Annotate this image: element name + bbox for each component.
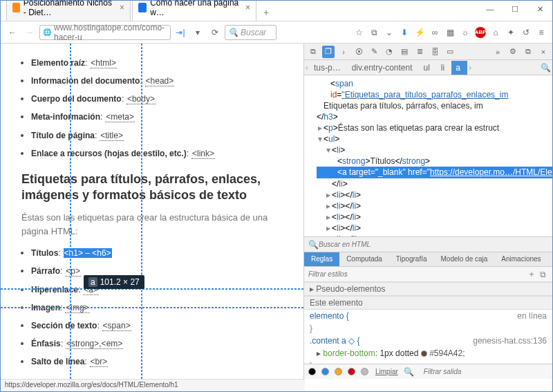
style-filter: + ⧉	[304, 267, 552, 282]
mask-icon[interactable]: ∞	[428, 25, 442, 40]
puzzle-icon[interactable]: ✦	[504, 25, 518, 40]
pocket-icon[interactable]: ⌄	[382, 25, 396, 40]
code-tag[interactable]: <p>	[65, 266, 81, 277]
inspector-tab[interactable]: ❐	[322, 46, 335, 58]
toggle-icon[interactable]: ⧉	[537, 270, 548, 279]
list-item: Párrafo: <p>	[31, 264, 295, 278]
style-filter-input[interactable]	[308, 270, 526, 278]
crumb[interactable]: ul	[420, 61, 437, 75]
menu-button[interactable]: ≡	[534, 25, 548, 40]
code-tag[interactable]: <span>	[102, 321, 131, 331]
titlebar: Posicionamiento Nichos - Diet… × Cómo ha…	[1, 1, 552, 21]
home-button[interactable]: ⌂	[489, 25, 503, 40]
code-tag[interactable]: <img>	[65, 303, 89, 313]
color-orange[interactable]	[335, 368, 342, 375]
star-icon[interactable]: ☆	[352, 25, 366, 40]
crumb[interactable]: li	[437, 61, 451, 75]
perf-tab[interactable]: ◔	[383, 46, 395, 58]
crumb[interactable]: tus-p…	[310, 61, 348, 75]
grid-icon[interactable]: ▦	[443, 25, 457, 40]
back-button[interactable]: ←	[5, 25, 20, 40]
dom-search-input[interactable]	[319, 241, 548, 248]
forward-button[interactable]: →	[22, 25, 37, 40]
console-footer: Limpiar 🔍	[304, 364, 552, 379]
url-input[interactable]: 🌐 www.hostingatope.com/como-hacer-u	[39, 25, 171, 40]
code-tag[interactable]: <br>	[90, 357, 109, 367]
crumb-search-icon[interactable]: 🔍	[539, 63, 552, 73]
tab-fonts[interactable]: Tipografía	[389, 252, 434, 266]
dom-tree[interactable]: <span id="Etiquetas_para_titulos_parrafo…	[304, 75, 552, 236]
popout-icon[interactable]: ⧉	[522, 46, 534, 58]
dom-search[interactable]: 🔍	[304, 236, 552, 252]
tab-rules[interactable]: Reglas	[304, 252, 339, 266]
code-tag[interactable]: <head>	[145, 76, 175, 86]
code-tag[interactable]: <html>	[90, 58, 117, 68]
code-tag[interactable]: <title>	[100, 131, 124, 141]
page-content: Elemento raíz: <html>Información del doc…	[1, 44, 303, 379]
bolt-icon[interactable]: ⚡	[413, 25, 427, 40]
code-tag[interactable]: <meta>	[105, 112, 135, 122]
code-tag[interactable]: <body>	[126, 94, 156, 104]
list-item: Hiperenlace: <a>	[31, 283, 295, 297]
tab-close-icon[interactable]: ×	[245, 3, 250, 12]
color-red[interactable]	[348, 368, 355, 375]
dropdown-icon[interactable]: ▾	[190, 25, 205, 40]
crumb[interactable]: div.entry-content	[348, 61, 420, 75]
minimize-button[interactable]: —	[478, 1, 503, 17]
color-black[interactable]	[308, 368, 316, 375]
code-tag[interactable]: <strong>,<em>	[66, 339, 123, 349]
tab-computed[interactable]: Computada	[339, 252, 389, 266]
list-item: Énfasis: <strong>,<em>	[31, 337, 295, 351]
code-tag[interactable]: <h1> – <h6>	[64, 248, 112, 258]
reload-button[interactable]: ⟳	[207, 25, 223, 40]
favicon-icon	[12, 3, 20, 12]
devtools-close-icon[interactable]: ×	[537, 46, 550, 58]
tab-active[interactable]: Cómo hacer una página w… ×	[132, 0, 256, 21]
list-item: Cuerpo del documento: <body>	[31, 92, 295, 106]
close-button[interactable]: ✕	[527, 1, 552, 17]
search-icon: 🔍	[228, 28, 238, 37]
storage-tab[interactable]: 🗄	[429, 46, 441, 58]
debugger-tab[interactable]: ⦿	[353, 46, 365, 58]
list-item: Imagen: <img>	[31, 301, 295, 315]
code-tag[interactable]: <link>	[191, 149, 215, 159]
search-input[interactable]: 🔍 Buscar	[225, 25, 276, 40]
search-placeholder: Buscar	[241, 28, 266, 37]
download-icon[interactable]: ⬇	[397, 25, 411, 40]
css-rules[interactable]: ▸ Pseudo-elementos Este elemento element…	[304, 282, 552, 364]
clear-button[interactable]: Limpiar	[375, 368, 398, 375]
abp-icon[interactable]: ABP	[474, 25, 487, 40]
color-blue[interactable]	[321, 368, 329, 375]
history-icon[interactable]: ↺	[519, 25, 533, 40]
maximize-button[interactable]: ☐	[503, 1, 527, 17]
network-tab[interactable]: ≣	[413, 46, 426, 58]
crumb-next[interactable]: ›	[467, 63, 473, 73]
console-tab[interactable]: ›	[337, 46, 350, 58]
tab-boxmodel[interactable]: Modelo de caja	[434, 252, 495, 266]
memory-tab[interactable]: ▤	[398, 46, 411, 58]
color-gray[interactable]	[361, 368, 368, 375]
window-controls: — ☐ ✕	[478, 1, 552, 17]
responsive-icon[interactable]: ▭	[444, 46, 456, 58]
dock-icon[interactable]: ⧉	[307, 46, 319, 58]
sun-icon[interactable]: ☼	[458, 25, 472, 40]
add-rule-icon[interactable]: +	[526, 270, 537, 279]
output-filter[interactable]	[424, 368, 548, 375]
more-icon[interactable]: »	[491, 46, 504, 58]
tooltip-tag: a	[88, 277, 97, 287]
style-tab[interactable]: ✎	[368, 46, 380, 58]
crumb-selected[interactable]: a	[451, 61, 467, 75]
inbox-icon[interactable]: ⧉	[367, 25, 381, 40]
url-text: www.hostingatope.com/como-hacer-u	[54, 23, 167, 42]
reader-icon[interactable]: ⇥|	[173, 25, 188, 40]
main: Elemento raíz: <html>Información del doc…	[1, 44, 552, 379]
html-structure-list: Elemento raíz: <html>Información del doc…	[31, 56, 295, 160]
tab-close-icon[interactable]: ×	[120, 3, 124, 12]
new-tab-button[interactable]: +	[258, 4, 274, 21]
tab-inactive[interactable]: Posicionamiento Nichos - Diet… ×	[6, 0, 131, 21]
crumb-prev[interactable]: ‹	[304, 63, 310, 73]
settings-icon[interactable]: ⚙	[507, 46, 519, 58]
list-item: Título de página: <title>	[31, 129, 295, 142]
tab-anim[interactable]: Animaciones	[494, 252, 547, 266]
devtools-panel: ⧉ ❐ › ⦿ ✎ ◔ ▤ ≣ 🗄 ▭ » ⚙ ⧉ × ‹ tus-p… div…	[303, 44, 552, 379]
